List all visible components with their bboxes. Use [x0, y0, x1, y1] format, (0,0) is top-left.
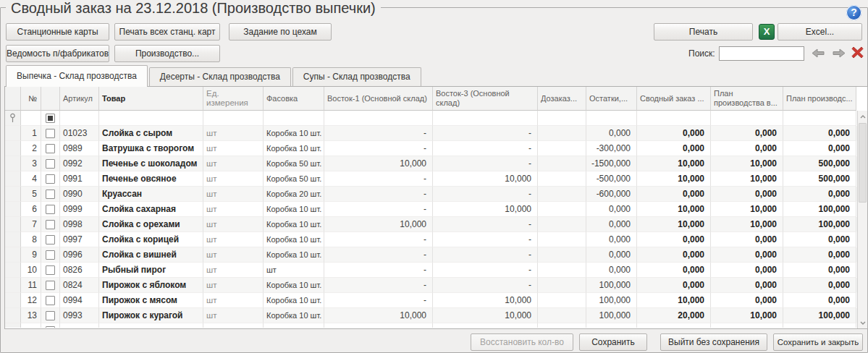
cell-east1[interactable]: -: [324, 263, 433, 278]
filter-cell-east3[interactable]: [433, 111, 538, 126]
cell-east3[interactable]: 10,000: [433, 308, 538, 323]
scrollbar-thumb[interactable]: [859, 123, 867, 203]
cell-summary[interactable]: 0,000: [637, 263, 711, 278]
cell-article[interactable]: 0992: [60, 156, 99, 171]
cell-article[interactable]: 0991: [60, 171, 99, 187]
print-button[interactable]: Печать: [654, 23, 753, 41]
cell-plan_shop[interactable]: 10,000: [711, 171, 783, 187]
cell-unit[interactable]: шт: [203, 141, 264, 156]
cell-plan_prod[interactable]: 500,000: [783, 171, 856, 187]
cell-backorder[interactable]: [538, 171, 586, 187]
cell-pack[interactable]: Коробка 10 шт.: [264, 232, 324, 247]
row-checkbox[interactable]: [46, 129, 55, 138]
search-next-icon[interactable]: [833, 48, 846, 59]
column-header-east1[interactable]: Восток-1 (Основной склад): [324, 87, 433, 111]
cell-east3[interactable]: -: [433, 156, 538, 171]
table-row[interactable]: 50990КруассанштКоробка 20 шт.---600,0000…: [5, 187, 859, 202]
cell-plan_prod[interactable]: 500,000: [783, 156, 856, 171]
cell-remains[interactable]: 0,000: [586, 247, 637, 263]
cell-plan_shop[interactable]: 0,000: [711, 126, 783, 141]
cell-product[interactable]: Рыбный пирог: [99, 263, 203, 278]
filter-cell-plan_prod[interactable]: [783, 111, 856, 126]
cell-product[interactable]: Пирожок с курагой: [99, 308, 203, 323]
cell-backorder[interactable]: [538, 293, 586, 308]
row-checkbox-cell[interactable]: [41, 247, 60, 263]
cell-unit[interactable]: шт: [203, 308, 264, 323]
filter-cell-plan_shop[interactable]: [711, 111, 783, 126]
cell-unit[interactable]: шт: [203, 156, 264, 171]
column-header-plan_prod[interactable]: План производс...: [783, 87, 856, 111]
column-header-unit[interactable]: Ед. измерения: [203, 87, 264, 111]
row-checkbox[interactable]: [46, 296, 55, 305]
row-checkbox[interactable]: [46, 281, 55, 290]
cell-summary[interactable]: 0,000: [637, 187, 711, 202]
cell-remains[interactable]: -1500,000: [586, 156, 637, 171]
cell-product[interactable]: Печенье овсяное: [99, 171, 203, 187]
cell-remains[interactable]: [586, 323, 637, 328]
cell-plan_prod[interactable]: 0,000: [783, 278, 856, 293]
table-row[interactable]: 101023Слойка с сыромштКоробка 10 шт.--0,…: [5, 126, 859, 141]
cell-east1[interactable]: -: [324, 247, 433, 263]
column-header-product[interactable]: Товар: [99, 87, 203, 111]
cell-backorder[interactable]: [538, 141, 586, 156]
tab-deserty[interactable]: Десерты - Склад прозводства: [149, 67, 291, 86]
cell-summary[interactable]: 10,000: [637, 156, 711, 171]
cell-east3[interactable]: -: [433, 187, 538, 202]
workshop-task-button[interactable]: Задание по цехам: [229, 23, 332, 41]
cell-remains[interactable]: 0,000: [586, 217, 637, 232]
row-checkbox[interactable]: [46, 159, 55, 169]
table-row[interactable]: [5, 323, 859, 328]
grid-filter-row[interactable]: [5, 111, 859, 126]
tab-supy[interactable]: Супы - Склад прозводства: [292, 67, 421, 86]
cell-unit[interactable]: шт: [203, 278, 264, 293]
cell-east3[interactable]: 10,000: [433, 171, 538, 187]
row-checkbox-cell[interactable]: [41, 263, 60, 278]
cell-article[interactable]: 0989: [60, 141, 99, 156]
cell-remains[interactable]: 100,000: [586, 293, 637, 308]
cell-pack[interactable]: Коробка 10 шт.: [264, 247, 324, 263]
save-close-button[interactable]: Сохранить и закрыть: [773, 333, 863, 351]
cell-east3[interactable]: -: [433, 141, 538, 156]
row-checkbox[interactable]: [46, 190, 55, 199]
scroll-down-icon[interactable]: [858, 317, 867, 328]
row-checkbox-cell[interactable]: [41, 126, 60, 141]
cell-product[interactable]: Пирожок с мясом: [99, 293, 203, 308]
filter-pin-icon[interactable]: [5, 111, 21, 126]
column-header-checkbox[interactable]: [41, 87, 60, 111]
cell-product[interactable]: Ватрушка с творогом: [99, 141, 203, 156]
filter-cell-backorder[interactable]: [538, 111, 586, 126]
cell-backorder[interactable]: [538, 126, 586, 141]
cell-east3[interactable]: -: [433, 278, 538, 293]
cell-unit[interactable]: шт: [203, 217, 264, 232]
cell-plan_shop[interactable]: 10,000: [711, 217, 783, 232]
select-all-checkbox[interactable]: [46, 114, 55, 123]
cell-backorder[interactable]: [538, 247, 586, 263]
cell-remains[interactable]: -300,000: [586, 141, 637, 156]
excel-icon[interactable]: X: [759, 24, 775, 40]
filter-cell-remains[interactable]: [586, 111, 637, 126]
row-checkbox[interactable]: [46, 220, 55, 229]
cell-product[interactable]: Слойка с вишней: [99, 247, 203, 263]
row-checkbox-cell[interactable]: [41, 171, 60, 187]
filter-cell-product[interactable]: [99, 111, 203, 126]
cell-unit[interactable]: шт: [203, 247, 264, 263]
cell-plan_prod[interactable]: 100,000: [783, 217, 856, 232]
row-checkbox[interactable]: [46, 265, 55, 275]
cell-remains[interactable]: 100,000: [586, 308, 637, 323]
table-row[interactable]: 40991Печенье овсяноештКоробка 50 шт.-10,…: [5, 171, 859, 187]
cell-remains[interactable]: 100,000: [586, 278, 637, 293]
cell-summary[interactable]: 20,000: [637, 308, 711, 323]
station-cards-button[interactable]: Станционные карты: [6, 23, 109, 41]
cell-summary[interactable]: 10,000: [637, 217, 711, 232]
filter-cell-pack[interactable]: [264, 111, 324, 126]
cell-east1[interactable]: [324, 323, 433, 328]
cell-plan_prod[interactable]: 0,000: [783, 247, 856, 263]
cell-unit[interactable]: шт: [203, 293, 264, 308]
cell-plan_prod[interactable]: 100,000: [783, 202, 856, 217]
column-header-east3[interactable]: Восток-3 (Основной склад): [433, 87, 538, 111]
cell-plan_shop[interactable]: 0,000: [711, 278, 783, 293]
row-checkbox-cell[interactable]: [41, 217, 60, 232]
cell-backorder[interactable]: [538, 232, 586, 247]
cell-unit[interactable]: шт: [203, 263, 264, 278]
table-row[interactable]: 30992Печенье с шоколадомштКоробка 50 шт.…: [5, 156, 859, 171]
